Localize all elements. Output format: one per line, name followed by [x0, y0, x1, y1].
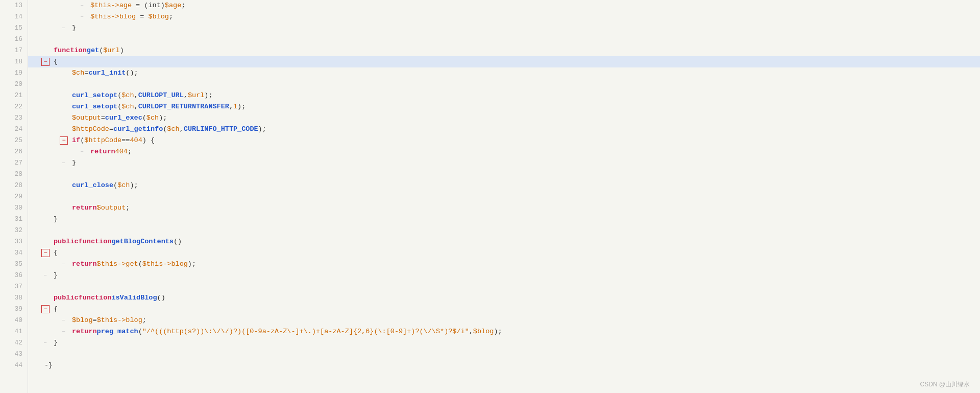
token-var: $output	[72, 112, 101, 124]
line-number: 41	[0, 326, 22, 337]
gutter-indicator: −	[60, 136, 69, 145]
line-number: 31	[0, 214, 22, 225]
token-var: $this->blog	[90, 11, 136, 22]
code-line: curl_close($ch);	[28, 180, 980, 191]
code-line	[28, 225, 980, 236]
token-kw: function	[79, 236, 112, 247]
token-plain: ,	[134, 101, 138, 112]
token-plain: );	[188, 259, 196, 270]
code-line: public function getBlogContents ()	[28, 236, 980, 247]
token-plain: ,	[134, 90, 138, 101]
token-var: $ch	[117, 180, 130, 191]
token-plain: ;	[128, 146, 132, 157]
dash-indicator: –	[78, 11, 84, 22]
code-line: curl_setopt($ch, CURLOPT_RETURNTRANSFER,…	[28, 101, 980, 112]
token-str: "/^(((http(s?))\:\/\/)?)([0-9a-zA-Z\-]+\…	[142, 326, 469, 337]
line-numbers: 1314151617181920212223242526272828293031…	[0, 0, 28, 393]
gutter-indicator: –	[41, 337, 51, 349]
dash-indicator: –	[60, 22, 65, 34]
token-var: $this->get	[97, 259, 138, 270]
token-brace: }	[72, 157, 76, 169]
gutter-indicator: –	[41, 270, 51, 281]
token-plain: ==	[121, 135, 130, 146]
token-plain: );	[204, 90, 212, 101]
token-var: $ch	[146, 112, 159, 124]
collapse-button[interactable]: −	[60, 136, 68, 145]
token-plain: =	[84, 67, 88, 79]
token-plain: (	[117, 101, 121, 112]
gutter-indicator: –	[60, 157, 69, 169]
line-number: 14	[0, 11, 22, 22]
collapse-button[interactable]: −	[41, 305, 50, 313]
code-line: curl_setopt($ch, CURLOPT_URL, $url);	[28, 90, 980, 101]
code-line: −{	[28, 304, 980, 315]
token-plain: ;	[181, 0, 185, 11]
token-plain: (	[138, 326, 142, 337]
collapse-button[interactable]: −	[41, 249, 50, 257]
line-number: 32	[0, 225, 22, 236]
token-plain: =	[136, 11, 148, 22]
token-var: $this->blog	[97, 315, 142, 326]
line-number: 24	[0, 124, 22, 135]
line-number: 28	[0, 169, 22, 180]
token-fn: curl_exec	[105, 112, 142, 124]
token-fn: curl_setopt	[72, 101, 117, 112]
code-line	[28, 281, 980, 292]
token-fn: get	[87, 45, 99, 56]
token-plain: ,	[184, 90, 188, 101]
token-var: $this->blog	[142, 259, 188, 270]
collapse-button[interactable]: −	[41, 58, 50, 66]
token-fn: curl_setopt	[72, 90, 117, 101]
dash-indicator: –	[60, 157, 65, 169]
token-plain: ,	[229, 101, 233, 112]
code-line: $output = curl_exec($ch);	[28, 112, 980, 124]
code-line: –}	[28, 337, 980, 349]
token-const: CURLOPT_RETURNTRANSFER	[138, 101, 229, 112]
gutter-indicator: −	[41, 305, 51, 313]
line-number: 21	[0, 90, 22, 101]
token-var: $blog	[473, 326, 494, 337]
token-kw: return	[72, 259, 97, 270]
token-plain: );	[494, 326, 502, 337]
line-number: 17	[0, 45, 22, 56]
line-number: 38	[0, 292, 22, 304]
token-plain: );	[258, 124, 266, 135]
code-line: function get($url)	[28, 45, 980, 56]
code-line: –$blog = $this->blog;	[28, 315, 980, 326]
line-number: 44	[0, 360, 22, 371]
token-brace: {	[54, 304, 58, 315]
code-line: –return $this->get($this->blog);	[28, 259, 980, 270]
code-line: return $output;	[28, 202, 980, 214]
token-brace: }	[54, 214, 58, 225]
token-var: $blog	[72, 315, 93, 326]
gutter-indicator: –	[78, 11, 87, 22]
code-lines: –$this->age = (int)$age;–$this->blog = $…	[28, 0, 980, 393]
line-number: 35	[0, 259, 22, 270]
token-plain: (	[142, 112, 146, 124]
token-brace: }	[54, 270, 58, 281]
token-num: 1	[233, 101, 237, 112]
gutter-indicator: −	[41, 249, 51, 257]
line-number: 22	[0, 101, 22, 112]
token-var: $age	[165, 0, 181, 11]
gutter-indicator: −	[41, 58, 51, 66]
dash-indicator: –	[41, 337, 47, 349]
token-brace: {	[54, 56, 58, 67]
line-number: 26	[0, 146, 22, 157]
code-line: –}	[28, 270, 980, 281]
line-number: 40	[0, 315, 22, 326]
token-plain: ()	[157, 292, 165, 304]
token-kw: return	[72, 326, 97, 337]
line-number: 19	[0, 67, 22, 79]
dash-indicator: –	[78, 146, 84, 157]
line-number: 13	[0, 0, 22, 11]
code-container: 1314151617181920212223242526272828293031…	[0, 0, 980, 393]
token-plain: );	[130, 180, 138, 191]
watermark: CSDN @山川绿水	[920, 380, 970, 389]
token-fn: curl_init	[88, 67, 126, 79]
gutter-indicator: –	[60, 22, 69, 34]
token-kw: return	[72, 202, 97, 214]
token-var: $blog	[148, 11, 169, 22]
token-kw: public	[54, 236, 79, 247]
token-fn: curl_getinfo	[113, 124, 163, 135]
